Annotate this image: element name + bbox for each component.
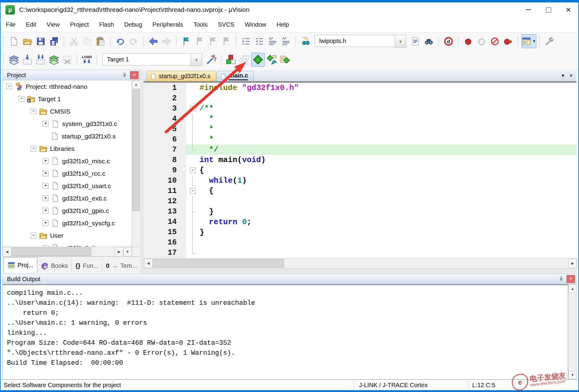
scroll-down-button[interactable]: ▼ [123,247,132,257]
start-stop-debug-session-button[interactable] [442,35,455,48]
expand-expander[interactable]: + [43,121,49,127]
dropdown-caret-icon[interactable]: ▼ [532,39,536,43]
tree-item-gd32f1x0-exti-c[interactable]: +gd32f1x0_exti.c [3,192,132,204]
build-output-close-button[interactable]: × [567,275,575,283]
download-button[interactable] [81,53,93,66]
menu-file[interactable]: File [1,19,21,30]
collapse-expander[interactable]: − [31,233,36,238]
current-document-combo[interactable]: lwipopts.h∨ [315,35,406,48]
fold-collapse-icon[interactable]: − [190,168,196,173]
fold-collapse-icon[interactable]: − [190,106,196,111]
file-extensions-books-environment-button[interactable] [238,53,251,66]
expand-expander[interactable]: + [43,220,49,226]
configure-button[interactable] [543,35,556,48]
indent-selection-button[interactable] [239,35,252,48]
menu-edit[interactable]: Edit [21,19,41,30]
tree-item-target-1[interactable]: −Target 1 [3,93,132,105]
uncomment-selection-button[interactable] [279,35,292,48]
scroll-right-button[interactable]: ▶ [115,247,123,257]
scroll-thumb[interactable] [132,89,140,211]
collapse-expander[interactable]: − [18,96,24,102]
menu-flash[interactable]: Flash [94,19,119,30]
navigate-forward-button[interactable] [160,35,173,48]
panel-tab-fun[interactable]: {}Fun... [72,259,102,273]
scroll-down-button[interactable]: ▼ [568,371,577,379]
fold-margin[interactable] [186,238,199,248]
manage-project-items-button[interactable] [225,53,237,66]
fold-margin[interactable] [186,145,199,155]
scroll-left-button[interactable]: ◀ [144,258,152,268]
scroll-up-button[interactable]: ▲ [568,284,577,293]
expand-expander[interactable]: + [43,183,49,189]
code-editor[interactable]: 1#include "gd32f1x0.h"23−/**4 *5 *6 *7 *… [144,83,577,258]
fold-margin[interactable] [186,114,199,124]
document-list-dropdown[interactable]: ▼ [561,73,565,78]
expand-expander[interactable]: + [43,171,49,176]
tree-item-cmsis[interactable]: −CMSIS [3,105,132,118]
find-in-document-button[interactable] [409,35,422,48]
tree-item-gd32f1x0-gpio-c[interactable]: +gd32f1x0_gpio.c [3,204,132,217]
close-document-button[interactable]: × [569,72,573,79]
next-bookmark-button[interactable] [206,35,219,48]
stop-build-button[interactable] [61,53,74,66]
new-file-button[interactable] [8,35,20,48]
save-all-button[interactable] [48,35,60,48]
scroll-right-button[interactable]: ▶ [568,258,577,268]
build-button[interactable] [21,53,34,66]
fold-margin[interactable]: − [186,186,199,196]
paste-button[interactable] [94,35,107,48]
select-target-combo[interactable]: Target 1∨ [102,53,202,66]
pin-button[interactable] [120,71,129,79]
collapse-expander[interactable]: − [6,84,12,89]
insert-remove-breakpoint-button[interactable] [462,35,474,48]
close-button[interactable]: × [558,3,578,17]
editor-horizontal-scrollbar[interactable]: ◀ ▶ [144,258,577,268]
menu-svcs[interactable]: SVCS [213,19,239,30]
rebuild-all-target-files-button[interactable] [34,53,47,66]
toggle-bookmark-button[interactable] [180,35,192,48]
cut-button[interactable] [67,35,80,48]
save-button[interactable] [34,35,47,48]
kill-all-breakpoints-button[interactable] [502,35,514,48]
fold-margin[interactable] [186,248,199,258]
fold-margin[interactable] [186,175,199,186]
unindent-selection-button[interactable] [253,35,266,48]
scroll-left-button[interactable]: ◀ [3,247,11,257]
manage-run-time-environment-button[interactable] [251,53,265,67]
panel-tab-tem[interactable]: 0→Tem... [102,259,141,273]
collapse-expander[interactable]: − [31,108,36,114]
tree-item-libraries[interactable]: −Libraries [3,142,132,155]
select-software-packs-button[interactable] [279,53,291,66]
build-output-log[interactable]: compiling main.c.....\User\main.c(14): w… [2,284,568,380]
batch-build-button[interactable] [48,53,60,66]
expand-expander[interactable]: + [43,195,49,201]
tree-item-startup-gd32f1x0-s[interactable]: startup_gd32f1x0.s [3,130,132,142]
build-output-vertical-scrollbar[interactable]: ▲ ▼ [568,284,577,380]
tree-item-gd32f1x0-misc-c[interactable]: +gd32f1x0_misc.c [3,155,132,167]
menu-peripherals[interactable]: Peripherals [147,19,188,30]
navigate-back-button[interactable] [147,35,159,48]
panel-tab-proj[interactable]: Proj... [4,257,37,273]
fold-margin[interactable] [186,134,199,145]
fold-margin[interactable]: − [186,165,199,175]
menu-debug[interactable]: Debug [119,19,147,30]
scroll-thumb[interactable] [12,247,91,256]
expand-expander[interactable]: + [43,158,49,164]
select-target-combo-dropdown[interactable]: ∨ [191,53,202,66]
comment-selection-button[interactable] [266,35,279,48]
fold-margin[interactable] [186,93,199,103]
tree-item-project-rtthread-nano[interactable]: −Project: rtthread-nano [3,80,132,93]
redo-button[interactable] [127,35,140,48]
disable-all-breakpoints-button[interactable] [488,35,501,48]
tree-item-system-gd32f1x0-c[interactable]: +system_gd32f1x0.c [3,118,132,130]
fold-margin[interactable]: − [186,103,199,114]
project-panel-close-button[interactable]: × [130,71,139,79]
copy-button[interactable] [81,35,93,48]
scroll-thumb[interactable] [153,259,284,267]
find-in-files-button[interactable] [299,35,312,48]
menu-tools[interactable]: Tools [188,19,213,30]
fold-margin[interactable] [186,155,199,165]
fold-collapse-icon[interactable]: − [190,188,196,194]
scroll-up-button[interactable]: ▲ [132,80,140,89]
maximize-button[interactable] [538,3,558,17]
